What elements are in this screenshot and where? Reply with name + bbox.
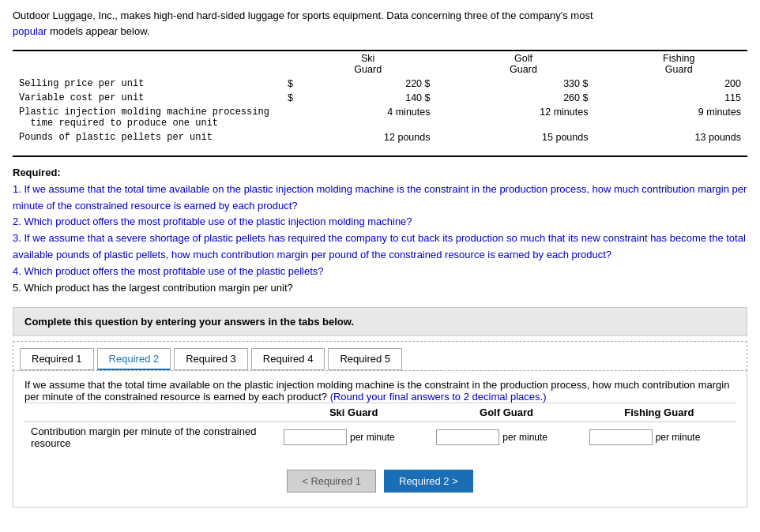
next-button-label: Required 2 > — [399, 475, 458, 487]
tab-required-5[interactable]: Required 5 — [328, 348, 402, 370]
tabs-container: Required 1 Required 2 Required 3 Require… — [13, 341, 747, 371]
plastic-pellets-label: Pounds of plastic pellets per unit — [13, 130, 281, 144]
ski-input-cell: per minute — [284, 429, 423, 445]
fishing-pellets: 13 pounds — [610, 130, 747, 144]
variable-dollar: $ — [281, 91, 299, 105]
required-item-4: 4. Which product offers the most profita… — [13, 264, 747, 280]
fishing-answer-input[interactable] — [589, 429, 653, 445]
ski-answer-input[interactable] — [284, 429, 347, 445]
required-item-3: 3. If we assume that a severe shortage o… — [13, 230, 747, 264]
variable-cost-label: Variable cost per unit — [13, 91, 281, 105]
intro-text-2: popular models appear below. — [13, 25, 149, 37]
fishing-selling-price: 200 — [610, 77, 747, 91]
ski-variable-cost: 140 $ — [299, 91, 437, 105]
ski-guard-header: SkiGuard — [299, 51, 437, 77]
ski-pellets: 12 pounds — [299, 130, 437, 144]
plastic-pellets-row: Pounds of plastic pellets per unit 12 po… — [13, 130, 747, 144]
golf-answer-input[interactable] — [436, 429, 499, 445]
ski-guard-col-header: Ski Guard — [277, 403, 430, 422]
data-table: SkiGuard GolfGuard FishingGuard Selling … — [13, 50, 747, 144]
complete-box-text: Complete this question by entering your … — [24, 316, 354, 328]
golf-unit-label: per minute — [502, 432, 547, 443]
golf-pellets: 15 pounds — [452, 130, 594, 144]
required-title: Required: — [13, 167, 61, 178]
intro-text-1: Outdoor Luggage, Inc., makes high-end ha… — [13, 9, 593, 21]
selling-dollar: $ — [281, 77, 299, 91]
contribution-margin-row: Contribution margin per minute of the co… — [24, 422, 736, 453]
required-item-5: 5. Which product has the largest contrib… — [13, 280, 747, 297]
tab-required-2[interactable]: Required 2 — [97, 348, 171, 370]
prev-button[interactable]: < Required 1 — [287, 470, 376, 493]
golf-guard-col-header: Golf Guard — [430, 403, 582, 422]
fishing-guard-header: FishingGuard — [610, 51, 747, 77]
ski-processing-time: 4 minutes — [299, 105, 437, 130]
tab-required-3[interactable]: Required 3 — [174, 348, 248, 370]
processing-time-row: Plastic injection molding machine proces… — [13, 105, 747, 130]
complete-box: Complete this question by entering your … — [13, 307, 747, 336]
golf-input-cell: per minute — [436, 429, 576, 445]
selling-price-label: Selling price per unit — [13, 77, 281, 91]
tabs-row: Required 1 Required 2 Required 3 Require… — [20, 348, 740, 370]
golf-variable-cost: 260 $ — [452, 91, 594, 105]
next-button[interactable]: Required 2 > — [384, 470, 473, 493]
data-table-wrapper: SkiGuard GolfGuard FishingGuard Selling … — [13, 50, 747, 157]
required-item-2: 2. Which product offers the most profita… — [13, 214, 747, 230]
prev-button-label: < Required 1 — [302, 475, 361, 487]
fishing-variable-cost: 115 — [610, 91, 747, 105]
tabs-area: Required 1 Required 2 Required 3 Require… — [13, 341, 747, 508]
fishing-processing-time: 9 minutes — [610, 105, 747, 130]
fishing-unit-label: per minute — [656, 432, 701, 443]
required-section: Required: 1. If we assume that the total… — [13, 165, 747, 296]
intro-paragraph: Outdoor Luggage, Inc., makes high-end ha… — [13, 8, 747, 39]
golf-guard-header: GolfGuard — [452, 51, 594, 77]
tab-description: If we assume that the total time availab… — [24, 379, 736, 403]
golf-processing-time: 12 minutes — [452, 105, 594, 130]
answer-table: Ski Guard Golf Guard Fishing Guard Contr… — [24, 403, 736, 452]
fishing-input-cell: per minute — [589, 429, 729, 445]
tab-required-4[interactable]: Required 4 — [251, 348, 325, 370]
navigation-buttons: < Required 1 Required 2 > — [24, 463, 736, 499]
ski-selling-price: 220 $ — [299, 77, 437, 91]
ski-unit-label: per minute — [350, 432, 395, 443]
variable-cost-row: Variable cost per unit $ 140 $ 260 $ 115 — [13, 91, 747, 105]
processing-time-label: Plastic injection molding machine proces… — [13, 105, 281, 130]
tab-required-1[interactable]: Required 1 — [20, 348, 94, 370]
tab-content-area: If we assume that the total time availab… — [13, 371, 747, 508]
selling-price-row: Selling price per unit $ 220 $ 330 $ 200 — [13, 77, 747, 91]
row-label: Contribution margin per minute of the co… — [24, 422, 277, 453]
required-item-1: 1. If we assume that the total time avai… — [13, 182, 747, 215]
golf-selling-price: 330 $ — [452, 77, 594, 91]
fishing-guard-col-header: Fishing Guard — [583, 403, 736, 422]
